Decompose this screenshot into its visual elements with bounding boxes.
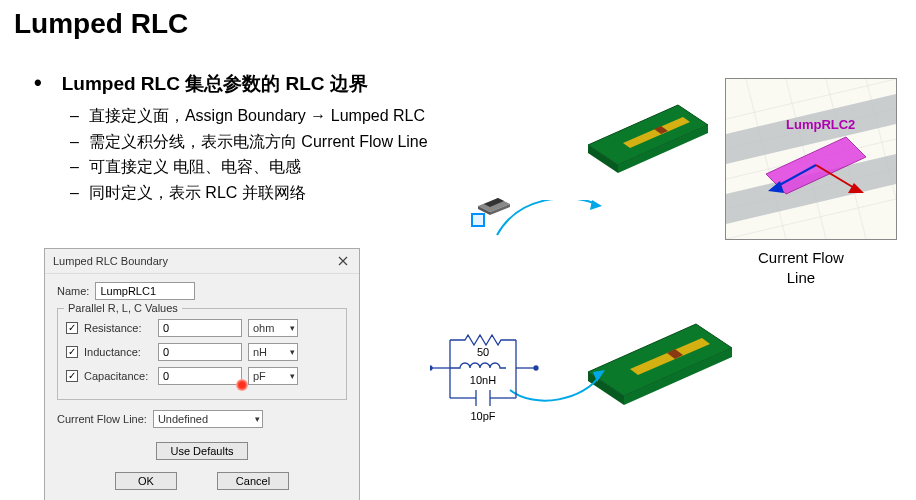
dialog-body: Name: Parallel R, L, C Values Resistance… xyxy=(45,274,359,500)
svg-marker-14 xyxy=(590,200,602,210)
zoom-annotation-label: LumpRLC2 xyxy=(786,117,855,132)
pcb-board-top xyxy=(578,85,718,185)
unit-text: ohm xyxy=(253,322,274,334)
zoom-caption: Current Flow Line xyxy=(758,248,844,287)
sub-bullet-text: 可直接定义 电阻、电容、电感 xyxy=(89,154,301,180)
inductance-input[interactable] xyxy=(158,343,242,361)
inductance-label: Inductance: xyxy=(84,346,152,358)
unit-text: pF xyxy=(253,370,266,382)
bullet-main-text: Lumped RLC 集总参数的 RLC 边界 xyxy=(62,71,368,97)
inductor-value: 10nH xyxy=(470,374,496,386)
selection-handle[interactable] xyxy=(471,213,485,227)
sub-bullet: 同时定义，表示 RLC 并联网络 xyxy=(70,180,428,206)
content-block: Lumped RLC 集总参数的 RLC 边界 直接定义面，Assign Bou… xyxy=(42,70,428,205)
ok-button[interactable]: OK xyxy=(115,472,177,490)
current-flow-line-select[interactable]: Undefined xyxy=(153,410,263,428)
resistance-label: Resistance: xyxy=(84,322,152,334)
sub-bullet-text: 同时定义，表示 RLC 并联网络 xyxy=(89,180,306,206)
close-icon[interactable] xyxy=(335,253,351,269)
capacitance-input[interactable] xyxy=(158,367,242,385)
sub-bullet: 需定义积分线，表示电流方向 Current Flow Line xyxy=(70,129,428,155)
svg-point-41 xyxy=(430,366,432,370)
sub-bullet: 可直接定义 电阻、电容、电感 xyxy=(70,154,428,180)
rlc-circuit-diagram: 50 10nH 10pF xyxy=(430,328,550,442)
fieldset-legend: Parallel R, L, C Values xyxy=(64,302,182,314)
cfl-value-text: Undefined xyxy=(158,413,208,425)
callout-arrow-top xyxy=(492,200,602,270)
zoom-caption-line1: Current Flow xyxy=(758,249,844,266)
resistor-value: 50 xyxy=(477,346,489,358)
sub-bullet: 直接定义面，Assign Boundary → Lumped RLC xyxy=(70,103,428,129)
zoom-view: LumpRLC2 xyxy=(725,78,897,240)
capacitance-unit-select[interactable]: pF xyxy=(248,367,298,385)
inductance-checkbox[interactable] xyxy=(66,346,78,358)
capacitance-label: Capacitance: xyxy=(84,370,152,382)
unit-text: nH xyxy=(253,346,267,358)
name-input[interactable] xyxy=(95,282,195,300)
zoom-caption-line2: Line xyxy=(787,269,815,286)
cancel-button[interactable]: Cancel xyxy=(217,472,289,490)
svg-point-42 xyxy=(534,366,538,370)
svg-marker-15 xyxy=(593,370,605,382)
capacitor-value: 10pF xyxy=(470,410,495,422)
resistance-unit-select[interactable]: ohm xyxy=(248,319,298,337)
capacitance-checkbox[interactable] xyxy=(66,370,78,382)
sub-bullet-text: 需定义积分线，表示电流方向 Current Flow Line xyxy=(89,129,428,155)
bullet-main: Lumped RLC 集总参数的 RLC 边界 xyxy=(42,70,428,97)
rlc-values-fieldset: Parallel R, L, C Values Resistance: ohm … xyxy=(57,308,347,400)
resistance-input[interactable] xyxy=(158,319,242,337)
lumped-rlc-dialog: Lumped RLC Boundary Name: Parallel R, L,… xyxy=(44,248,360,500)
sub-bullet-text: 直接定义面，Assign Boundary → Lumped RLC xyxy=(89,103,425,129)
slide-title: Lumped RLC xyxy=(0,0,916,40)
dialog-title-text: Lumped RLC Boundary xyxy=(53,255,168,267)
laser-pointer-icon xyxy=(236,379,248,391)
name-label: Name: xyxy=(57,285,89,297)
dialog-titlebar: Lumped RLC Boundary xyxy=(45,249,359,274)
resistance-checkbox[interactable] xyxy=(66,322,78,334)
use-defaults-button[interactable]: Use Defaults xyxy=(156,442,249,460)
sub-bullet-list: 直接定义面，Assign Boundary → Lumped RLC 需定义积分… xyxy=(70,103,428,205)
current-flow-line-label: Current Flow Line: xyxy=(57,413,147,425)
inductance-unit-select[interactable]: nH xyxy=(248,343,298,361)
